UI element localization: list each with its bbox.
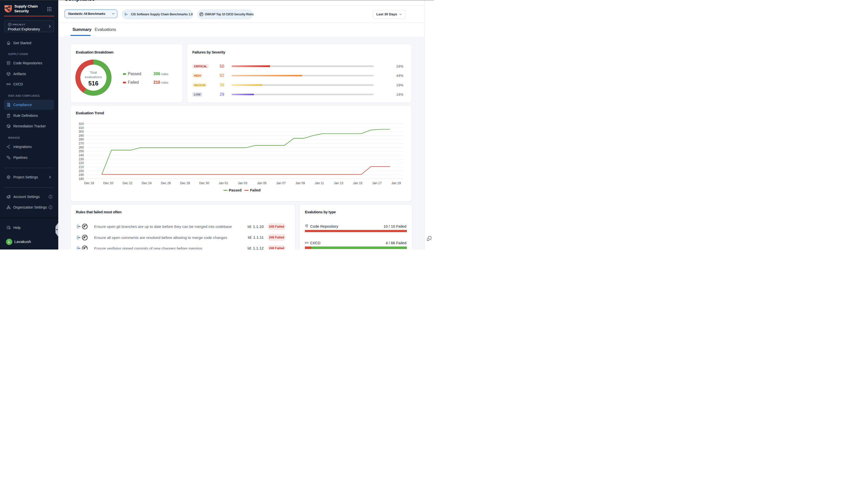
svg-text:280: 280 [78,138,84,141]
svg-text:Dec 18: Dec 18 [84,181,94,185]
svg-text:Jan 01: Jan 01 [219,181,228,185]
svg-text:Dec 28: Dec 28 [180,181,190,185]
svg-text:Jan 19: Jan 19 [391,181,401,185]
svg-text:Jan 03: Jan 03 [238,181,247,185]
svg-text:CIS: CIS [125,14,128,15]
svg-text:Jan 15: Jan 15 [353,181,363,185]
svg-text:CIS: CIS [78,247,80,249]
svg-text:190: 190 [78,173,84,177]
svg-text:240: 240 [78,154,84,157]
svg-text:Jan 11: Jan 11 [315,181,324,185]
svg-text:Dec 24: Dec 24 [142,181,152,185]
svg-text:CIS: CIS [78,237,80,239]
svg-text:270: 270 [78,142,84,145]
svg-text:Failed: Failed [250,188,261,192]
svg-text:Dec 22: Dec 22 [123,181,133,185]
svg-text:290: 290 [78,134,84,137]
svg-text:250: 250 [78,149,84,153]
svg-text:180: 180 [78,177,84,181]
svg-text:260: 260 [78,146,84,149]
svg-text:Dec 26: Dec 26 [161,181,171,185]
svg-text:310: 310 [78,126,84,130]
svg-text:210: 210 [78,165,84,169]
svg-text:230: 230 [78,158,84,161]
svg-text:Dec 30: Dec 30 [199,181,209,185]
svg-text:Jan 13: Jan 13 [334,181,343,185]
svg-text:Passed: Passed [229,188,241,192]
svg-text:Jan 07: Jan 07 [276,181,286,185]
svg-text:CIS: CIS [78,226,80,228]
svg-text:Jan 09: Jan 09 [295,181,305,185]
svg-text:200: 200 [78,169,84,173]
svg-text:320: 320 [78,122,84,126]
svg-text:220: 220 [78,161,84,165]
svg-text:Jan 17: Jan 17 [372,181,382,185]
svg-text:Jan 05: Jan 05 [257,181,267,185]
svg-text:Dec 20: Dec 20 [103,181,113,185]
svg-text:300: 300 [78,130,84,133]
